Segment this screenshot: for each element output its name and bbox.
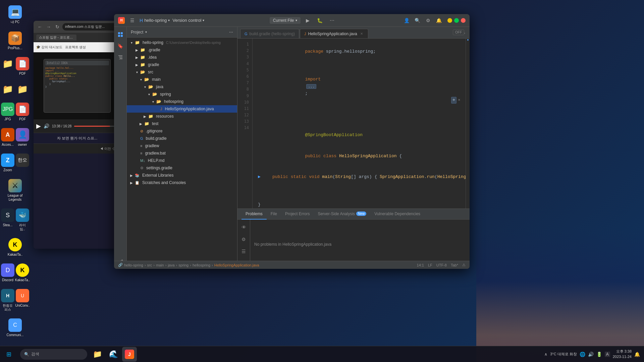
- tree-item-gitignore[interactable]: ⊘ .gitignore: [127, 127, 237, 135]
- off-toggle[interactable]: OFF: [453, 29, 464, 35]
- volume-button[interactable]: 🔊: [44, 123, 49, 129]
- project-header[interactable]: Project ▾ ⋯: [127, 27, 237, 38]
- desktop-icon-pc[interactable]: 💻 내 PC: [2, 3, 29, 26]
- desktop-icon-discord[interactable]: D Discord: [1, 261, 14, 284]
- run-button[interactable]: ▶: [303, 16, 313, 25]
- back-button[interactable]: ←: [36, 23, 44, 31]
- project-view-icon[interactable]: [115, 29, 125, 40]
- tree-item-hellospring[interactable]: ▾ 📂 hellospring: [127, 98, 237, 105]
- tree-item-settings-gradle[interactable]: ⚙ settings.gradle: [127, 164, 237, 172]
- encoding[interactable]: UTF-8: [436, 263, 447, 267]
- tree-item-build-gradle[interactable]: G build.gradle: [127, 135, 237, 142]
- desktop-icon-steam[interactable]: S Stea...: [1, 206, 14, 233]
- tab-file[interactable]: File: [267, 209, 281, 220]
- tree-item-gradlew-bat[interactable]: ≡ gradlew.bat: [127, 149, 237, 157]
- project-name-dropdown[interactable]: H hello-spring ▾: [140, 18, 170, 23]
- close-import-hint[interactable]: ✕: [458, 97, 460, 103]
- taskbar-intellij[interactable]: J: [122, 347, 137, 362]
- close-button[interactable]: [461, 18, 466, 23]
- tree-item-scratches[interactable]: ▶ 📋 Scratches and Consoles: [127, 179, 237, 186]
- tree-item-test[interactable]: ▶ 📁 test: [127, 120, 237, 127]
- desktop-icon-proplusbox[interactable]: 📦 ProPlus...: [2, 29, 29, 52]
- tree-item-java[interactable]: ▾ 📂 java: [127, 83, 237, 90]
- network-icon[interactable]: 🌐: [580, 352, 585, 357]
- hamburger-menu[interactable]: ☰: [127, 16, 137, 25]
- tree-item-resources[interactable]: ▶ 📁 resources: [127, 113, 237, 120]
- desktop-icon-zoom[interactable]: Z Zoom: [1, 152, 14, 174]
- desktop-icon-access[interactable]: A Acces...: [1, 126, 14, 149]
- tree-item-HelloSpringApplication[interactable]: J HelloSpringApplication.java: [127, 105, 237, 113]
- play-button[interactable]: ▶: [36, 122, 41, 130]
- tray-up-arrow[interactable]: ∧: [544, 352, 547, 357]
- bookmarks-icon[interactable]: 🔖: [115, 41, 125, 51]
- minimize-button[interactable]: [447, 18, 452, 23]
- forward-button[interactable]: →: [45, 23, 52, 31]
- tree-item-gradle[interactable]: ▶ 📁 gradle: [127, 61, 237, 68]
- import-collapsed-badge[interactable]: ...: [306, 84, 316, 89]
- current-file-dropdown[interactable]: Current File ▾: [270, 17, 301, 24]
- debug-button[interactable]: 🐛: [315, 16, 325, 25]
- browser-tab-active[interactable]: 스프링 입문 - 코드로 배우는 스...: [36, 35, 76, 41]
- line-ending[interactable]: LF: [428, 263, 432, 267]
- maximize-button[interactable]: [454, 18, 459, 23]
- desktop-icon-han[interactable]: 한오: [16, 152, 29, 174]
- search-button[interactable]: 🔍: [413, 16, 422, 25]
- settings-button[interactable]: ⚙: [423, 16, 433, 25]
- tab-problems[interactable]: Problems: [241, 209, 267, 220]
- desktop-icon-jpg[interactable]: JPG JPG: [1, 101, 14, 123]
- tab-server-side-analysis[interactable]: Server-Side Analysis New: [314, 209, 370, 220]
- tree-item-gradlew[interactable]: ≡ gradlew: [127, 142, 237, 149]
- desktop-icon-communi[interactable]: C Communi...: [2, 316, 29, 339]
- desktop-icon-owner[interactable]: 👤 owner: [16, 126, 29, 149]
- tree-item-external-libs[interactable]: ▶ 📚 External Libraries: [127, 172, 237, 179]
- battery-icon[interactable]: 🔋: [596, 352, 602, 357]
- volume-icon[interactable]: 🔊: [588, 352, 594, 357]
- address-bar[interactable]: [62, 23, 118, 31]
- tree-item-spring[interactable]: ▾ 📂 spring: [127, 90, 237, 98]
- desktop-icon-uniconvertor[interactable]: U UniConv..: [16, 287, 29, 314]
- tab-build-gradle[interactable]: G build.gradle (hello-spring): [240, 29, 299, 38]
- structure-icon[interactable]: [115, 52, 125, 62]
- tree-item-src[interactable]: ▾ 📂 src: [127, 68, 237, 76]
- desktop-icon-folder3[interactable]: 📁: [16, 80, 29, 98]
- tab-hello-spring-application[interactable]: J HelloSpringApplication.java ✕: [300, 29, 368, 38]
- notification-icon[interactable]: 🔔: [634, 352, 640, 357]
- version-control-dropdown[interactable]: Version control ▾: [172, 18, 204, 23]
- tree-item-main[interactable]: ▾ 📂 main: [127, 76, 237, 83]
- taskbar-browser[interactable]: 🌊: [106, 347, 121, 362]
- more-actions-button[interactable]: ⋯: [327, 16, 337, 25]
- taskbar-search[interactable]: 🔍 검색: [20, 349, 87, 360]
- file-tree-content[interactable]: ▾ 📁 hello-spring C:\Users\owner\Desktop\…: [127, 38, 237, 269]
- desktop-icon-folder2[interactable]: 📁: [1, 80, 14, 98]
- warnings-icon[interactable]: ⚠: [462, 263, 466, 267]
- clock[interactable]: 오후 3:38 2023-11-24: [613, 349, 632, 359]
- desktop-icon-hwp[interactable]: H 한컴오피스: [1, 287, 14, 314]
- ime-icon[interactable]: A: [605, 352, 610, 357]
- desktop-icon-kakao2[interactable]: K KakaoTa..: [16, 261, 29, 284]
- tree-root[interactable]: ▾ 📁 hello-spring C:\Users\owner\Desktop\…: [127, 39, 237, 46]
- tree-item-help-md[interactable]: M↓ HELP.md: [127, 157, 237, 164]
- desktop-icon-pdf1[interactable]: 📄 PDF: [16, 55, 29, 78]
- desktop-icon-lol[interactable]: ⚔ League of Legends: [2, 177, 29, 204]
- desktop-icon-kakao[interactable]: K KakaoTa..: [8, 236, 22, 259]
- browser-content: 🎓 강의 대시보드 프로젝트 생성 IntelliJ IDEA package …: [34, 42, 121, 249]
- tab-close-button[interactable]: ✕: [359, 32, 364, 36]
- profile-button[interactable]: 👤: [402, 16, 411, 25]
- taskbar-file-explorer[interactable]: 📁: [90, 347, 105, 362]
- expand-imports-btn[interactable]: ⊕: [451, 97, 457, 104]
- filter-icon[interactable]: ⚙: [239, 234, 249, 244]
- indent[interactable]: Tab*: [451, 263, 458, 267]
- start-button[interactable]: ⊞: [0, 346, 17, 362]
- tree-item-dotgradle[interactable]: ▶ 📁 .gradle: [127, 46, 237, 54]
- desktop-icon-layim[interactable]: 🐳 라이임..: [16, 206, 29, 233]
- desktop-icon-pdf2[interactable]: 📄 PDF: [16, 101, 29, 123]
- line-col[interactable]: 14:1: [417, 263, 424, 267]
- tab-project-errors[interactable]: Project Errors: [281, 209, 314, 220]
- list-icon[interactable]: ☰: [239, 246, 249, 256]
- desktop-icon-folder1[interactable]: 📁: [1, 55, 14, 78]
- eye-icon[interactable]: 👁: [239, 222, 249, 232]
- refresh-button[interactable]: ↻: [54, 23, 61, 31]
- tab-vulnerable-dependencies[interactable]: Vulnerable Dependencies: [370, 209, 424, 220]
- tree-item-dotidea[interactable]: ▶ 📁 .idea: [127, 54, 237, 61]
- notifications-button[interactable]: 🔔: [434, 16, 443, 25]
